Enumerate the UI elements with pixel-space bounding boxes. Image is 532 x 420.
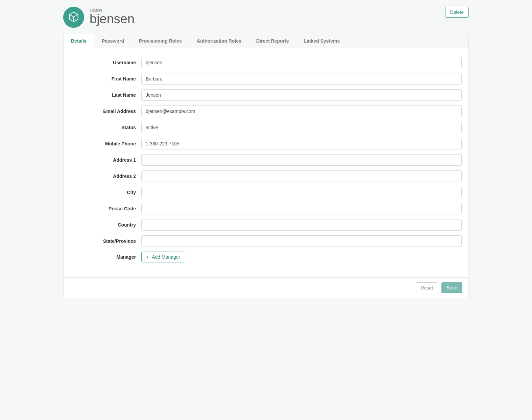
tab-authorization-roles[interactable]: Authorization Roles	[189, 34, 249, 48]
save-button-label: Save	[446, 285, 457, 290]
form-row: Status	[70, 122, 462, 133]
tab-provisioning-roles[interactable]: Provisioning Roles	[131, 34, 189, 48]
field-label: Postal Code	[70, 206, 141, 211]
tab-label: Direct Reports	[256, 38, 289, 44]
form-row: Address 1	[70, 154, 462, 166]
field-label: Country	[70, 222, 141, 228]
address-2-input[interactable]	[141, 170, 462, 182]
field-label: Username	[70, 60, 141, 65]
field-label: First Name	[70, 76, 141, 81]
form-footer: Reset Save	[64, 277, 468, 298]
field-label: Status	[70, 125, 141, 130]
user-avatar	[63, 7, 84, 28]
email-address-input[interactable]	[141, 106, 462, 117]
last-name-input[interactable]	[141, 89, 462, 101]
reset-button[interactable]: Reset	[416, 282, 438, 293]
status-input[interactable]	[141, 122, 462, 133]
form-row: Mobile Phone	[70, 138, 462, 149]
postal-code-input[interactable]	[141, 203, 462, 214]
delete-button-label: Delete	[450, 9, 464, 15]
form-row: First Name	[70, 73, 462, 85]
delete-button[interactable]: Delete	[445, 7, 469, 18]
tab-linked-systems[interactable]: Linked Systems	[296, 34, 347, 48]
tab-label: Provisioning Roles	[139, 38, 182, 44]
cube-icon	[68, 11, 79, 24]
state-province-input[interactable]	[141, 235, 462, 247]
plus-icon: +	[146, 254, 149, 260]
form-row: Country	[70, 219, 462, 231]
reset-button-label: Reset	[421, 285, 433, 290]
add-manager-button[interactable]: +Add Manager	[141, 252, 185, 262]
add-manager-label: Add Manager	[152, 254, 180, 260]
form-row: Postal Code	[70, 203, 462, 214]
tab-label: Linked Systems	[304, 38, 340, 44]
form-row: State/Province	[70, 235, 462, 247]
field-label: Address 2	[70, 173, 141, 179]
form-row-manager: Manager+Add Manager	[70, 252, 462, 262]
tab-password[interactable]: Password	[94, 34, 131, 48]
form-row: Last Name	[70, 89, 462, 101]
field-label: Last Name	[70, 92, 141, 98]
country-input[interactable]	[141, 219, 462, 231]
field-label: Manager	[70, 254, 141, 260]
field-label: City	[70, 190, 141, 195]
tab-label: Authorization Roles	[197, 38, 241, 44]
form-row: Email Address	[70, 106, 462, 117]
details-form: UsernameFirst NameLast NameEmail Address…	[64, 48, 468, 277]
tab-details[interactable]: Details	[64, 34, 94, 48]
mobile-phone-input[interactable]	[141, 138, 462, 149]
first-name-input[interactable]	[141, 73, 462, 85]
tabs: DetailsPasswordProvisioning RolesAuthori…	[64, 34, 468, 48]
field-label: State/Province	[70, 238, 141, 244]
entity-name: bjensen	[90, 12, 135, 26]
form-row: Address 2	[70, 170, 462, 182]
tab-label: Password	[102, 38, 124, 44]
field-label: Email Address	[70, 109, 141, 114]
address-1-input[interactable]	[141, 154, 462, 166]
field-label: Address 1	[70, 157, 141, 163]
tab-direct-reports[interactable]: Direct Reports	[249, 34, 296, 48]
city-input[interactable]	[141, 187, 462, 198]
tab-label: Details	[71, 38, 87, 44]
field-label: Mobile Phone	[70, 141, 141, 146]
form-row: Username	[70, 57, 462, 68]
save-button[interactable]: Save	[441, 282, 462, 293]
form-row: City	[70, 187, 462, 198]
username-input[interactable]	[141, 57, 462, 68]
